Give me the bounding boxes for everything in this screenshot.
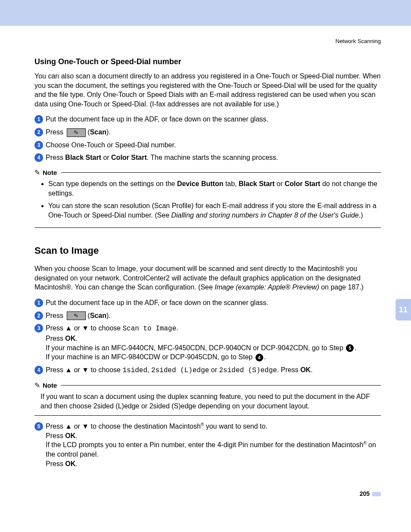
step-text: Press (Scan). — [46, 128, 111, 137]
step-ref-icon: 4 — [255, 354, 263, 361]
step-3: 3 Choose One-Touch or Speed-Dial number. — [34, 140, 381, 150]
note-icon: ✎ — [34, 168, 40, 177]
note-label: Note — [43, 382, 57, 389]
note-block: ✎ Note Scan type depends on the settings… — [34, 168, 381, 228]
step-badge: 5 — [34, 422, 43, 431]
step-badge: 1 — [34, 115, 43, 124]
running-head: Network Scanning — [34, 38, 381, 44]
intro-paragraph: You can also scan a document directly to… — [34, 72, 381, 109]
note-body: If you want to scan a document using the… — [34, 389, 381, 415]
step-text: Put the document face up in the ADF, or … — [46, 298, 268, 308]
step-badge: 2 — [34, 128, 43, 137]
scan-key-icon — [67, 128, 86, 137]
step-2: 2 Press (Scan). — [34, 128, 381, 137]
step-ref-icon: 5 — [346, 344, 354, 352]
note-rule — [61, 172, 381, 173]
section-title-onetouch: Using One-Touch or Speed-Dial number — [34, 57, 381, 66]
scan-key-icon — [67, 311, 86, 320]
note-item: You can store the scan resolution (Scan … — [48, 201, 381, 220]
step-text: Put the document face up in the ADF, or … — [46, 115, 268, 124]
step-4: 4 Press Black Start or Color Start. The … — [34, 153, 381, 162]
note-rule — [61, 385, 381, 386]
step-1b: 1 Put the document face up in the ADF, o… — [34, 298, 381, 308]
intro-paragraph-2: When you choose Scan to Image, your docu… — [34, 264, 381, 292]
step-text: Press ▲ or ▼ to choose 1sided, 2sided (L… — [46, 365, 313, 376]
step-3b: 3 Press ▲ or ▼ to choose Scan to Image. … — [34, 324, 381, 361]
step-2b: 2 Press (Scan). — [34, 311, 381, 320]
step-badge: 2 — [34, 311, 43, 320]
step-badge: 4 — [34, 366, 43, 374]
step-badge: 4 — [34, 153, 43, 162]
footer-bar — [372, 492, 381, 496]
page-footer: 205 — [34, 490, 381, 498]
step-text: Press ▲ or ▼ to choose the destination M… — [46, 422, 381, 469]
chapter-tab: 11 — [395, 299, 411, 320]
step-1: 1 Put the document face up in the ADF, o… — [34, 115, 381, 124]
page-number: 205 — [360, 490, 370, 497]
note-item: Scan type depends on the settings on the… — [48, 179, 381, 198]
step-badge: 3 — [34, 324, 43, 333]
step-text: Press Black Start or Color Start. The ma… — [46, 153, 278, 162]
step-5b: 5 Press ▲ or ▼ to choose the destination… — [34, 422, 381, 469]
step-text: Press ▲ or ▼ to choose Scan to Image. Pr… — [46, 324, 357, 361]
note-label: Note — [43, 169, 57, 176]
header-band — [0, 0, 411, 26]
note-block-2: ✎ Note If you want to scan a document us… — [34, 381, 381, 415]
step-badge: 3 — [34, 141, 43, 149]
section-title-scan-to-image: Scan to Image — [34, 245, 381, 256]
step-4b: 4 Press ▲ or ▼ to choose 1sided, 2sided … — [34, 365, 381, 376]
step-text: Choose One-Touch or Speed-Dial number. — [46, 140, 176, 150]
step-badge: 1 — [34, 299, 43, 307]
step-text: Press (Scan). — [46, 311, 111, 320]
note-icon: ✎ — [34, 381, 40, 389]
